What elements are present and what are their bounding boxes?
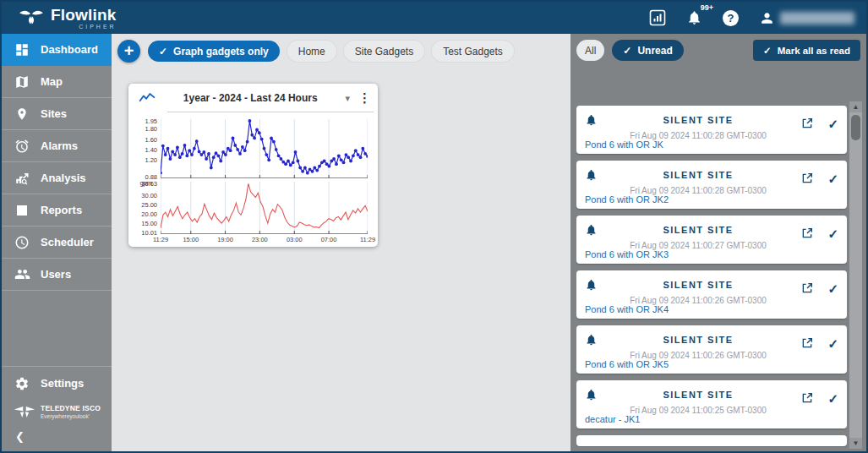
- usage-chart-icon[interactable]: [649, 9, 666, 26]
- sidebar-item-label: Settings: [41, 377, 84, 390]
- x-tick-label: 11:29: [360, 236, 375, 243]
- open-in-new-icon[interactable]: [800, 391, 814, 405]
- site-link[interactable]: Pond 6 with OR JK4: [585, 304, 669, 314]
- site-link[interactable]: Pond 6 with OR JK: [585, 139, 663, 150]
- check-icon: ✓: [623, 45, 631, 57]
- users-icon: [14, 266, 30, 283]
- y-tick-label: 1.40: [145, 146, 157, 154]
- filter-unread-button[interactable]: ✓ Unread: [612, 40, 683, 61]
- mark-read-check-icon[interactable]: ✓: [827, 172, 838, 185]
- scrollbar-thumb[interactable]: [851, 115, 860, 140]
- tab-site-gadgets[interactable]: Site Gadgets: [344, 41, 424, 62]
- sidebar-item-map[interactable]: Map: [2, 66, 112, 98]
- site-link[interactable]: Pond 6 with OR JK3: [585, 249, 669, 259]
- x-tick-label: 23:00: [252, 236, 268, 243]
- user-menu[interactable]: [759, 10, 854, 26]
- kebab-menu-icon[interactable]: ⋮: [358, 90, 371, 106]
- bell-icon: [585, 112, 619, 127]
- notification-card[interactable]: SILENT SITE Fri Aug 09 2024 11:00:28 GMT…: [576, 106, 847, 154]
- sidebar-collapse-chevron[interactable]: ❮: [2, 428, 112, 451]
- y-tick-label: 20.00: [141, 210, 157, 218]
- sidebar-item-label: Reports: [41, 204, 82, 216]
- y-axis-labels-top: 1.951.801.601.401.200.88gpm: [128, 119, 159, 178]
- sidebar-item-settings[interactable]: Settings: [2, 366, 112, 400]
- sidebar-item-users[interactable]: Users: [2, 259, 112, 291]
- notifications-header: All ✓ Unread ✓ Mark all as read: [576, 40, 860, 61]
- level-line-chart: [161, 182, 368, 234]
- open-in-new-icon[interactable]: [800, 336, 814, 350]
- mark-read-check-icon[interactable]: ✓: [827, 282, 838, 295]
- sidebar-item-label: Users: [41, 268, 71, 281]
- site-link[interactable]: decatur - JK1: [585, 414, 640, 424]
- sidebar-item-label: Dashboard: [41, 43, 98, 56]
- graph-gadgets-only-toggle[interactable]: ✓ Graph gadgets only: [148, 41, 280, 62]
- scroll-up-arrow[interactable]: ▲: [849, 101, 862, 112]
- app-subtitle: CIPHER: [51, 24, 117, 30]
- notification-count-badge: 99+: [701, 3, 713, 12]
- sidebar-item-dashboard[interactable]: Dashboard: [2, 34, 112, 66]
- alarm-icon: [14, 138, 30, 155]
- y-tick-label: 1.60: [145, 136, 157, 144]
- tab-test-gadgets[interactable]: Test Gadgets: [432, 41, 514, 62]
- notification-card[interactable]: SILENT SITE Fri Aug 09 2024 11:00:25 GMT…: [576, 380, 847, 428]
- notification-card[interactable]: SILENT SITE Fri Aug 09 2024 11:00:26 GMT…: [576, 325, 847, 374]
- notification-card-partial[interactable]: [576, 435, 847, 446]
- x-tick-label: 03:00: [287, 236, 303, 243]
- sidebar-item-alarms[interactable]: Alarms: [2, 130, 112, 162]
- sidebar-item-reports[interactable]: Reports: [2, 194, 112, 226]
- top-navbar: Flowlink CIPHER 99+ ?: [2, 2, 866, 34]
- y-tick-label: 15.00: [141, 220, 157, 227]
- app-name: Flowlink: [51, 7, 117, 23]
- sidebar-item-scheduler[interactable]: Scheduler: [2, 226, 112, 259]
- dashboard-icon: [14, 41, 30, 58]
- gear-icon: [14, 375, 30, 392]
- add-gadget-button[interactable]: +: [117, 40, 140, 63]
- mark-read-check-icon[interactable]: ✓: [827, 392, 838, 405]
- tab-home[interactable]: Home: [287, 41, 336, 62]
- notification-card[interactable]: SILENT SITE Fri Aug 09 2024 11:00:28 GMT…: [576, 161, 847, 209]
- bell-icon: [585, 276, 619, 292]
- sidebar-item-analysis[interactable]: Analysis: [2, 162, 112, 194]
- user-icon: [759, 10, 775, 26]
- mark-read-check-icon[interactable]: ✓: [827, 117, 838, 130]
- site-link[interactable]: Pond 6 with OR JK5: [585, 359, 669, 369]
- open-in-new-icon[interactable]: [800, 172, 814, 185]
- notification-card[interactable]: SILENT SITE Fri Aug 09 2024 11:00:26 GMT…: [576, 270, 847, 319]
- analysis-icon: [14, 170, 30, 187]
- x-tick-label: 11:29: [153, 236, 168, 243]
- sidebar: Dashboard Map Sites Alarms Analysis Repo…: [2, 34, 112, 451]
- mark-all-as-read-button[interactable]: ✓ Mark all as read: [753, 40, 860, 61]
- brand-tagline: Everywhereyoulook’: [41, 413, 101, 419]
- report-icon: [14, 202, 30, 219]
- check-icon: ✓: [159, 46, 167, 57]
- x-tick-label: 15:00: [183, 236, 199, 243]
- open-in-new-icon[interactable]: [800, 281, 814, 295]
- mark-read-check-icon[interactable]: ✓: [827, 337, 838, 350]
- sidebar-item-sites[interactable]: Sites: [2, 98, 112, 130]
- mark-read-check-icon[interactable]: ✓: [827, 227, 838, 240]
- dashboard-toolbar: + ✓ Graph gadgets only Home Site Gadgets…: [117, 40, 514, 63]
- open-in-new-icon[interactable]: [800, 226, 814, 240]
- open-in-new-icon[interactable]: [800, 117, 814, 130]
- scroll-down-arrow[interactable]: ▼: [849, 438, 862, 449]
- notifications-bell-icon[interactable]: 99+: [686, 9, 702, 26]
- sidebar-item-label: Sites: [41, 107, 67, 120]
- filter-all-button[interactable]: All: [576, 40, 604, 61]
- chevron-down-icon[interactable]: ▾: [345, 93, 350, 104]
- bell-icon: [585, 221, 619, 237]
- alarm-title: SILENT SITE: [663, 115, 733, 125]
- notification-card[interactable]: SILENT SITE Fri Aug 09 2024 11:00:27 GMT…: [576, 216, 847, 264]
- y-tick-label: 1.95: [145, 117, 157, 125]
- y-tick-label: 1.80: [145, 125, 157, 133]
- main-content: + ✓ Graph gadgets only Home Site Gadgets…: [112, 34, 574, 451]
- gadget-title: 1year - 2024 - Last 24 Hours: [156, 92, 345, 104]
- alarm-title: SILENT SITE: [663, 335, 733, 345]
- help-icon[interactable]: ?: [723, 10, 739, 26]
- y-tick-label: 1.20: [145, 156, 157, 164]
- site-link[interactable]: Pond 6 with OR JK2: [585, 194, 669, 205]
- sidebar-item-label: Analysis: [41, 172, 85, 184]
- notifications-scrollbar[interactable]: ▲ ▼: [849, 101, 862, 449]
- gadget-header: 1year - 2024 - Last 24 Hours ▾ ⋮: [128, 84, 378, 112]
- x-tick-label: 07:00: [321, 236, 337, 243]
- flowlink-leaf-icon: [19, 8, 44, 28]
